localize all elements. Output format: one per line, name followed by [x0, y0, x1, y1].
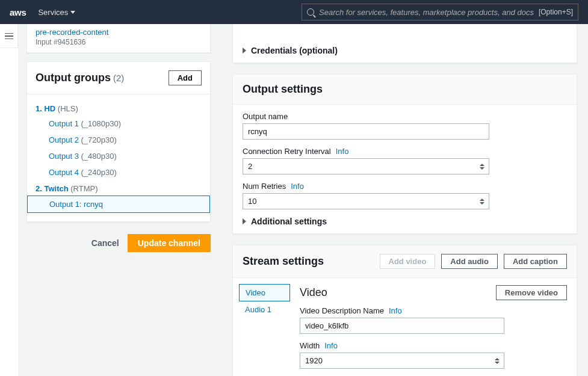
output-settings-panel: Output settings Output name Connection R… [232, 74, 577, 234]
num-retries-label: Num Retries [243, 182, 286, 191]
remove-video-button[interactable]: Remove video [496, 285, 567, 300]
chevron-right-icon [243, 218, 246, 224]
stream-settings-panel: Stream settings Add video Add audio Add … [232, 245, 577, 376]
additional-settings-label: Additional settings [251, 217, 327, 226]
output-hd-4[interactable]: Output 4 (_240p30) [36, 164, 202, 180]
inputs-card-truncated: pre-recorded-content Input #9451636 [26, 24, 211, 53]
input-id: Input #9451636 [36, 38, 202, 46]
output-groups-title: Output groups [36, 72, 111, 84]
credentials-panel: Credentials (optional) [232, 24, 577, 63]
credentials-expander[interactable]: Credentials (optional) [243, 46, 567, 55]
output-name-label: Output name [243, 112, 288, 121]
output-hd-3[interactable]: Output 3 (_480p30) [36, 148, 202, 164]
tab-audio-1[interactable]: Audio 1 [239, 301, 290, 318]
output-twitch-1[interactable]: Output 1: rcnyq [27, 196, 210, 213]
services-label: Services [38, 8, 68, 17]
chevron-right-icon [243, 48, 246, 54]
output-hd-1[interactable]: Output 1 (_1080p30) [36, 116, 202, 132]
credentials-label: Credentials (optional) [251, 46, 338, 55]
retry-interval-label: Connection Retry Interval [243, 147, 331, 156]
chevron-down-icon [70, 11, 75, 14]
search-shortcut: [Option+S] [539, 8, 573, 16]
num-retries-info-link[interactable]: Info [291, 182, 304, 191]
search-placeholder: Search for services, features, marketpla… [319, 8, 534, 17]
video-desc-label: Video Description Name [300, 306, 384, 315]
stream-tabs: Video Audio 1 [233, 278, 290, 376]
video-desc-info-link[interactable]: Info [389, 306, 402, 315]
cancel-button[interactable]: Cancel [91, 238, 119, 248]
sidebar: pre-recorded-content Input #9451636 Outp… [18, 24, 223, 376]
stream-settings-header: Stream settings Add video Add audio Add … [233, 245, 577, 278]
main-content: Credentials (optional) Output settings O… [223, 24, 588, 376]
width-label: Width [300, 341, 320, 350]
output-group-hd[interactable]: 1. HD (HLS) [36, 104, 202, 113]
output-groups-header: Output groups (2) Add [27, 62, 210, 94]
retry-info-link[interactable]: Info [336, 147, 349, 156]
services-menu[interactable]: Services [38, 8, 75, 17]
global-search[interactable]: Search for services, features, marketpla… [302, 4, 578, 20]
additional-settings-expander[interactable]: Additional settings [243, 217, 567, 226]
stream-settings-title: Stream settings [243, 255, 324, 268]
search-icon [307, 8, 314, 16]
tab-video[interactable]: Video [239, 284, 290, 301]
aws-logo[interactable]: aws [10, 7, 26, 17]
output-groups-card: Output groups (2) Add 1. HD (HLS) Output… [26, 61, 211, 222]
add-video-button: Add video [380, 254, 436, 269]
update-channel-button[interactable]: Update channel [128, 234, 211, 252]
output-name-input[interactable] [243, 123, 489, 140]
hamburger-icon [5, 33, 13, 39]
width-info-link[interactable]: Info [324, 341, 338, 350]
side-rail-toggle[interactable] [0, 24, 18, 48]
width-input[interactable] [300, 353, 504, 369]
retry-interval-input[interactable] [243, 158, 489, 174]
num-retries-input[interactable] [243, 193, 489, 209]
output-group-twitch[interactable]: 2. Twitch (RTMP) [36, 184, 202, 193]
video-desc-input[interactable] [300, 318, 504, 334]
add-output-group-button[interactable]: Add [169, 70, 202, 85]
sidebar-actions: Cancel Update channel [26, 230, 211, 264]
output-hd-2[interactable]: Output 2 (_720p30) [36, 132, 202, 148]
output-groups-count: (2) [113, 73, 124, 83]
output-settings-title: Output settings [233, 75, 577, 105]
add-caption-button[interactable]: Add caption [504, 254, 567, 269]
top-nav: aws Services Search for services, featur… [0, 0, 588, 24]
stream-content-title: Video [300, 286, 327, 299]
add-audio-button[interactable]: Add audio [441, 254, 498, 269]
input-link[interactable]: pre-recorded-content [36, 28, 202, 37]
